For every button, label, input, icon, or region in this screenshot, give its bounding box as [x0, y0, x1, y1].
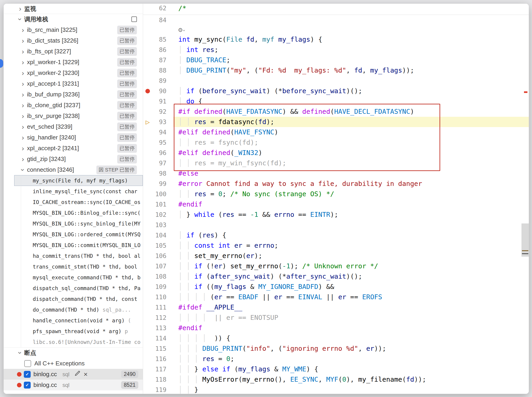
- stack-frame[interactable]: inline_mysql_file_sync(const char: [14, 186, 143, 197]
- gutter-glyph[interactable]: [143, 106, 152, 117]
- gutter-glyph[interactable]: [143, 86, 152, 96]
- code-line[interactable]: 97│ │ res = my_win_fsync(fd);: [143, 158, 529, 168]
- gutter-glyph[interactable]: [143, 333, 152, 343]
- callstack-section-header[interactable]: › 调用堆栈: [4, 14, 143, 25]
- gutter-glyph[interactable]: [143, 343, 152, 354]
- callstack-thread[interactable]: ›xpl_worker-1 [3229]已暂停: [4, 57, 143, 68]
- code-line[interactable]: 96#elif defined(_WIN32): [143, 148, 529, 158]
- code-line[interactable]: 115│ │ │ DBUG_PRINT("info", ("ignoring e…: [143, 343, 529, 354]
- code-line[interactable]: 92#if defined(HAVE_FDATASYNC) && defined…: [143, 106, 529, 117]
- code-line[interactable]: 106│ │ set_my_errno(er);: [143, 251, 529, 261]
- scrollbar-thumb[interactable]: [521, 223, 529, 257]
- stack-frame[interactable]: trans_commit_stmt(THD * thd, bool: [14, 261, 143, 272]
- gutter-glyph[interactable]: [143, 385, 152, 394]
- code-line[interactable]: ⚙›: [143, 25, 529, 34]
- code-line[interactable]: 117│ │ } else if (my_flags & MY_WME) {: [143, 364, 529, 374]
- code-line[interactable]: 88│ DBUG_PRINT("my", ("Fd: %d my_flags: …: [143, 65, 529, 75]
- exceptions-row[interactable]: All C++ Exceptions: [4, 358, 143, 369]
- code-line[interactable]: 100│ │ res = 0; /* No sync (strange OS) …: [143, 189, 529, 199]
- gutter-glyph[interactable]: [143, 189, 152, 199]
- remove-breakpoint-icon[interactable]: ×: [84, 371, 88, 378]
- stack-frame[interactable]: dispatch_sql_command(THD * thd, Pa: [14, 283, 143, 293]
- code-line[interactable]: 107│ │ if (!er) set_my_errno(-1); /* Unk…: [143, 261, 529, 271]
- gutter-glyph[interactable]: [143, 261, 152, 271]
- sticky-code-line[interactable]: 62/*: [143, 4, 529, 15]
- gutter-glyph[interactable]: [143, 127, 152, 137]
- breakpoint-item[interactable]: ✓binlog.ccsql×2490: [4, 369, 143, 380]
- code-line[interactable]: 111#ifdef __APPLE__: [143, 302, 529, 312]
- code-line[interactable]: 110│ │ │ │ (er == EBADF || er == EINVAL …: [143, 292, 529, 302]
- stack-frame[interactable]: MYSQL_BIN_LOG::ordered_commit(MYSQ: [14, 229, 143, 240]
- exceptions-checkbox[interactable]: [24, 360, 31, 367]
- gutter-glyph[interactable]: [143, 34, 152, 45]
- callstack-thread[interactable]: ›evt_sched [3239]已暂停: [4, 121, 143, 132]
- callstack-thread[interactable]: ›gtid_zip [3243]已暂停: [4, 154, 143, 164]
- code-line[interactable]: 101#endif: [143, 199, 529, 210]
- stack-frame[interactable]: dispatch_command(THD * thd, const: [14, 293, 143, 304]
- stack-frame[interactable]: my_sync(File fd, myf my_flags): [14, 175, 143, 186]
- code-line[interactable]: 87│ DBUG_TRACE;: [143, 55, 529, 65]
- callstack-thread[interactable]: ›ib_fts_opt [3227]已暂停: [4, 46, 143, 57]
- code-line[interactable]: 84: [143, 15, 529, 25]
- callstack-thread[interactable]: ›ib_buf_dump [3236]已暂停: [4, 89, 143, 100]
- gutter-glyph[interactable]: [143, 96, 152, 106]
- callstack-thread[interactable]: ›xpl_accept-1 [3231]已暂停: [4, 78, 143, 89]
- stack-frame[interactable]: handle_connection(void * arg)(: [14, 315, 143, 326]
- gutter-glyph[interactable]: [143, 240, 152, 251]
- callstack-thread[interactable]: ›ib_src_main [3225]已暂停: [4, 25, 143, 35]
- code-line[interactable]: 86│ int res;: [143, 45, 529, 55]
- code-line[interactable]: 91│ do {: [143, 96, 529, 106]
- gutter-glyph[interactable]: [143, 312, 152, 323]
- gutter-glyph[interactable]: [143, 220, 152, 230]
- stack-frame[interactable]: IO_CACHE_ostream::sync(IO_CACHE_os: [14, 197, 143, 207]
- gutter-glyph[interactable]: [143, 282, 152, 292]
- callstack-thread[interactable]: ›sig_handler [3240]已暂停: [4, 132, 143, 143]
- code-line[interactable]: 95│ │ res = fsync(fd);: [143, 137, 529, 148]
- breakpoint-checkbox[interactable]: ✓: [24, 371, 31, 378]
- gutter-glyph[interactable]: [143, 25, 152, 34]
- code-line[interactable]: 109│ │ if ((my_flags & MY_IGNORE_BADFD) …: [143, 282, 529, 292]
- gutter-glyph[interactable]: [143, 364, 152, 374]
- code-line[interactable]: 85int my_sync(File fd, myf my_flags) {: [143, 34, 529, 45]
- code-line[interactable]: 89: [143, 75, 529, 86]
- code-line[interactable]: 90│ if (before_sync_wait) (*before_sync_…: [143, 86, 529, 96]
- stack-frame[interactable]: libc.so.6![Unknown/Just-In-Time co: [14, 336, 143, 347]
- gutter-glyph[interactable]: ▷: [143, 117, 152, 127]
- code-line[interactable]: 116│ │ │ res = 0;: [143, 354, 529, 364]
- gutter-glyph[interactable]: [143, 199, 152, 210]
- stack-frame[interactable]: mysql_execute_command(THD * thd, b: [14, 272, 143, 283]
- gutter-glyph[interactable]: [143, 210, 152, 220]
- gutter-glyph[interactable]: [143, 374, 152, 385]
- stack-frame[interactable]: MYSQL_BIN_LOG::sync_binlog_file(MY: [14, 218, 143, 229]
- gutter-glyph[interactable]: [143, 15, 152, 25]
- stack-frame[interactable]: pfs_spawn_thread(void * arg)p: [14, 326, 143, 336]
- gutter-glyph[interactable]: [143, 230, 152, 240]
- callstack-thread-connection[interactable]: ›connection [3246]因 STEP 已暂停: [4, 164, 143, 175]
- stack-frame[interactable]: do_command(THD * thd)sql_pa...: [14, 304, 143, 315]
- gutter-glyph[interactable]: [143, 4, 152, 15]
- gutter-glyph[interactable]: [143, 148, 152, 158]
- edit-breakpoint-icon[interactable]: [74, 370, 80, 378]
- code-line[interactable]: 105│ │ const int er = errno;: [143, 240, 529, 251]
- code-line[interactable]: 103: [143, 220, 529, 230]
- gutter-glyph[interactable]: [143, 302, 152, 312]
- gutter-glyph[interactable]: [143, 45, 152, 55]
- gutter-glyph[interactable]: [143, 354, 152, 364]
- code-line[interactable]: 94#elif defined(HAVE_FSYNC): [143, 127, 529, 137]
- code-line[interactable]: 114│ │ │ │ )) {: [143, 333, 529, 343]
- restore-frames-icon[interactable]: [131, 17, 137, 22]
- breakpoint-checkbox[interactable]: ✓: [24, 382, 31, 389]
- gutter-glyph[interactable]: [143, 292, 152, 302]
- code-line[interactable]: ▷93│ │ res = fdatasync(fd);: [143, 117, 529, 127]
- gutter-glyph[interactable]: [143, 65, 152, 75]
- callstack-thread[interactable]: ›xpl_accept-2 [3241]已暂停: [4, 143, 143, 154]
- gutter-glyph[interactable]: [143, 158, 152, 168]
- breakpoints-section-header[interactable]: › 断点: [4, 347, 143, 358]
- code-line[interactable]: 119│ │ }: [143, 385, 529, 394]
- gutter-glyph[interactable]: [143, 137, 152, 148]
- gutter-glyph[interactable]: [143, 168, 152, 179]
- gutter-glyph[interactable]: [143, 55, 152, 65]
- gutter-glyph[interactable]: [143, 271, 152, 282]
- gutter-glyph[interactable]: [143, 323, 152, 333]
- code-line[interactable]: 118│ │ │ MyOsError(my_errno(), EE_SYNC, …: [143, 374, 529, 385]
